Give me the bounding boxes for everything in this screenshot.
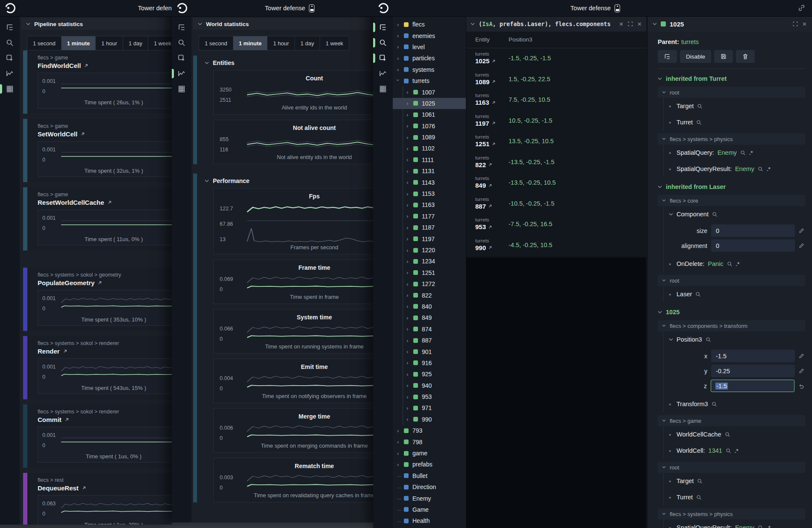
scope-header[interactable]: root	[658, 275, 805, 286]
expand-arrow-icon[interactable]	[397, 472, 404, 479]
query-result-row[interactable]: turrets 1163 7.5, -0.25, 10.5	[466, 90, 646, 111]
tree-item[interactable]: Game	[393, 504, 466, 515]
pencil-icon[interactable]	[799, 353, 804, 359]
tree-item[interactable]: enemies	[393, 30, 466, 41]
sidebar-pipeline-statistics-icon[interactable]	[172, 81, 191, 97]
external-link-icon[interactable]	[491, 80, 496, 84]
magnifier-icon[interactable]	[697, 478, 703, 484]
scope-header[interactable]: flecs > systems > physics	[658, 133, 805, 145]
magnifier-icon[interactable]	[740, 150, 746, 156]
chevron-down-icon[interactable]	[669, 213, 673, 216]
tree-item[interactable]: flecs	[393, 19, 466, 30]
expand-arrow-icon[interactable]	[406, 348, 413, 355]
tree-item[interactable]: 874	[393, 324, 466, 335]
expand-arrow-icon[interactable]	[406, 326, 413, 332]
expand-arrow-icon[interactable]	[406, 360, 413, 366]
expand-arrow-icon[interactable]	[406, 258, 413, 265]
sidebar-query-search-icon[interactable]	[373, 35, 393, 50]
external-link-icon[interactable]	[488, 245, 492, 250]
tree-item[interactable]: 1187	[393, 222, 466, 233]
undo-icon[interactable]	[798, 383, 804, 389]
chevron-down-icon[interactable]	[653, 23, 657, 26]
component-value-link[interactable]: Panic	[708, 260, 723, 267]
field-input[interactable]: -0.25	[711, 365, 795, 377]
field-input[interactable]: -1.5	[711, 350, 795, 362]
expand-arrow-icon[interactable]	[406, 269, 413, 276]
expand-arrow-icon[interactable]	[397, 439, 404, 445]
component-value-link[interactable]: 1341	[709, 447, 722, 454]
query-result-row[interactable]: turrets 822 -13.5, -0.25, -1.5	[466, 152, 646, 173]
card-title-link[interactable]: Render	[38, 348, 172, 355]
tree-item[interactable]: Health	[393, 515, 466, 526]
scope-header[interactable]: flecs > components > transform	[658, 320, 805, 331]
tree-item[interactable]: 1076	[393, 121, 466, 132]
expand-arrow-icon[interactable]	[406, 416, 413, 422]
tree-item[interactable]: systems	[393, 64, 466, 75]
tree-item[interactable]: 1177	[393, 211, 466, 222]
tree-item[interactable]: 822	[393, 289, 466, 301]
magnifier-icon[interactable]	[726, 448, 731, 454]
row-entity-id[interactable]: 1089	[475, 78, 489, 86]
tree-item[interactable]: 953	[393, 391, 466, 402]
time-range-button[interactable]: 1 week	[148, 36, 172, 50]
expand-arrow-icon[interactable]	[406, 191, 413, 197]
tree-item[interactable]: 1251	[393, 267, 466, 278]
magnifier-icon[interactable]	[695, 292, 701, 297]
magnifier-icon[interactable]	[727, 261, 733, 267]
close-panel-icon[interactable]: ✕	[802, 21, 807, 27]
expand-arrow-icon[interactable]	[406, 168, 413, 174]
tree-item[interactable]: 1272	[393, 278, 466, 289]
section-header[interactable]: Performance	[197, 174, 373, 188]
magnifier-icon[interactable]	[725, 432, 730, 437]
query-result-row[interactable]: turrets 953 -7.5, -0.25, 16.5	[466, 214, 646, 235]
expand-arrow-icon[interactable]	[406, 394, 413, 400]
row-entity-id[interactable]: 953	[475, 223, 486, 230]
tree-item[interactable]: 1089	[393, 132, 466, 143]
expand-arrow-icon[interactable]	[406, 202, 413, 208]
component-value-link[interactable]: Enemy	[735, 524, 754, 528]
sidebar-entity-tree-icon[interactable]	[373, 20, 393, 35]
external-link-icon[interactable]	[488, 162, 492, 167]
tree-item[interactable]: 1220	[393, 245, 466, 256]
panel-title-bar[interactable]: Pipeline statistics	[21, 18, 170, 30]
magnifier-icon[interactable]	[706, 337, 711, 342]
expand-arrow-icon[interactable]	[397, 32, 404, 39]
expand-arrow-icon[interactable]	[406, 405, 413, 411]
expand-arrow-icon[interactable]	[406, 100, 413, 106]
tree-item[interactable]: 1102	[393, 143, 466, 154]
expand-arrow-icon[interactable]	[406, 112, 413, 118]
card-title-link[interactable]: Commit	[38, 416, 172, 423]
scope-header[interactable]: flecs > systems > physics	[658, 508, 805, 519]
sidebar-query-search-icon[interactable]	[172, 35, 191, 50]
disable-button[interactable]: Disable	[680, 50, 711, 63]
time-range-button[interactable]: 1 day	[123, 36, 148, 50]
sidebar-pipeline-statistics-icon[interactable]	[373, 81, 393, 97]
expand-arrow-icon[interactable]	[397, 450, 404, 457]
expand-arrow-icon[interactable]	[397, 495, 404, 501]
expand-arrow-icon[interactable]	[406, 213, 413, 219]
external-link-icon[interactable]	[491, 142, 496, 146]
magnifier-icon[interactable]	[758, 525, 763, 528]
tree-item[interactable]: 916	[393, 357, 466, 369]
fullscreen-icon[interactable]	[627, 21, 633, 27]
sidebar-entity-tree-icon[interactable]	[0, 20, 20, 35]
query-result-row[interactable]: turrets 1251 13.5, -0.25, 10.5	[466, 131, 646, 152]
expand-arrow-icon[interactable]	[397, 44, 404, 50]
external-link-icon[interactable]	[491, 59, 496, 63]
chevron-down-icon[interactable]	[471, 23, 475, 26]
expand-arrow-icon[interactable]	[406, 123, 413, 129]
share-link-icon[interactable]	[798, 4, 805, 12]
tree-item[interactable]: 1143	[393, 177, 466, 188]
tree-item[interactable]: 1234	[393, 256, 466, 267]
query-result-row[interactable]: turrets 849 -13.5, -0.25, 10.5	[466, 173, 646, 194]
expand-arrow-icon[interactable]	[397, 506, 404, 513]
tree-item[interactable]: Bullet	[393, 470, 466, 481]
external-link-icon[interactable]	[491, 121, 496, 125]
section-header[interactable]: inherited from Turret	[658, 74, 805, 84]
expand-arrow-icon[interactable]	[406, 224, 413, 231]
card-title-link[interactable]: FindWorldCell	[38, 62, 172, 69]
tree-item[interactable]: 990	[393, 414, 466, 425]
sidebar-query-search-icon[interactable]	[0, 35, 20, 50]
query-result-row[interactable]: turrets 887 -10.5, -0.25, -1.5	[466, 194, 646, 215]
sidebar-world-statistics-icon[interactable]	[373, 66, 393, 81]
